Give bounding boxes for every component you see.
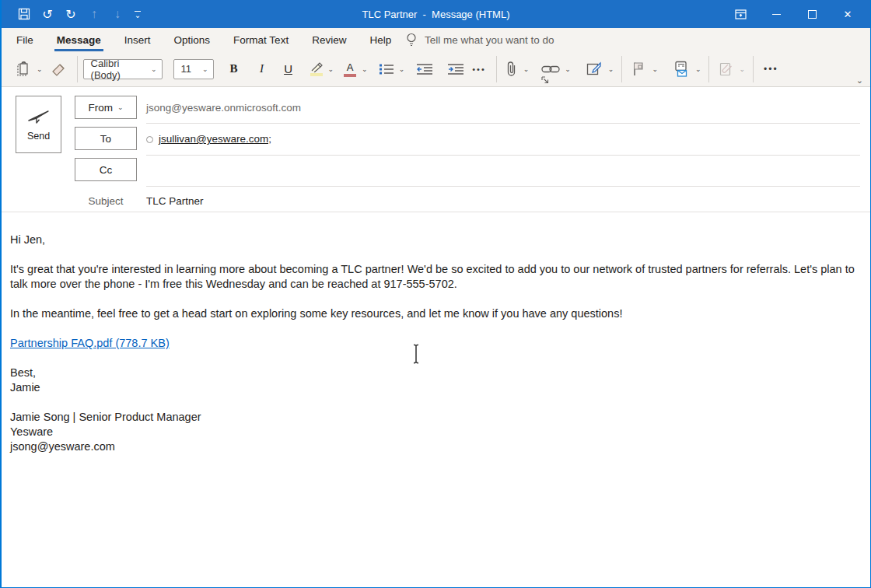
paste-icon[interactable] bbox=[11, 58, 34, 81]
tab-message[interactable]: Message bbox=[45, 28, 113, 51]
ribbon-divider bbox=[708, 56, 709, 82]
template-icon[interactable] bbox=[670, 58, 693, 81]
increase-indent-icon[interactable] bbox=[444, 58, 467, 81]
font-color-letter: A bbox=[347, 61, 354, 73]
signature-line-2: Yesware bbox=[10, 425, 53, 438]
font-name-select[interactable]: Calibri (Body) ⌄ bbox=[83, 59, 163, 79]
more-commands-button[interactable]: ••• bbox=[759, 58, 783, 81]
to-button[interactable]: To bbox=[75, 127, 137, 150]
addin-icon bbox=[715, 58, 736, 81]
to-field-underline bbox=[146, 155, 860, 156]
bullets-icon[interactable] bbox=[376, 58, 397, 81]
signature-line-1: Jamie Song | Senior Product Manager bbox=[10, 411, 201, 423]
from-button[interactable]: From ⌄ bbox=[75, 96, 137, 119]
ribbon-divider bbox=[77, 56, 78, 82]
from-label: From bbox=[88, 102, 113, 114]
undo-icon[interactable]: ↺ bbox=[36, 2, 59, 26]
closing-line-2: Jamie bbox=[10, 381, 40, 394]
to-label: To bbox=[100, 133, 111, 145]
ribbon-display-options-icon[interactable] bbox=[722, 0, 758, 28]
tab-file[interactable]: File bbox=[5, 28, 45, 51]
text-cursor bbox=[411, 344, 421, 364]
close-button[interactable]: ✕ bbox=[830, 0, 866, 28]
tell-me-box[interactable]: Tell me what you want to do bbox=[406, 28, 554, 51]
font-size-select[interactable]: 11 ⌄ bbox=[173, 59, 214, 79]
outlook-message-window: ↺ ↻ ↑ ↓ ⌄ TLC Partner - Message (HTML) ✕… bbox=[0, 0, 871, 588]
tab-help[interactable]: Help bbox=[358, 28, 403, 51]
link-dropdown-icon[interactable]: ⌄ bbox=[562, 65, 573, 73]
signature-icon[interactable] bbox=[582, 58, 606, 81]
dialog-launcher-icon[interactable] bbox=[541, 76, 549, 84]
tell-me-label: Tell me what you want to do bbox=[425, 34, 554, 46]
highlight-icon[interactable] bbox=[307, 58, 326, 81]
maximize-button[interactable] bbox=[794, 0, 830, 28]
bold-button[interactable]: B bbox=[225, 58, 243, 81]
cc-label: Cc bbox=[100, 164, 113, 176]
paragraph-2: In the meantime, feel free to get a head… bbox=[10, 306, 859, 321]
font-color-dropdown-icon[interactable]: ⌄ bbox=[359, 65, 370, 73]
chevron-down-icon: ⌄ bbox=[202, 65, 208, 73]
paste-dropdown-icon[interactable]: ⌄ bbox=[34, 65, 45, 73]
greeting-line: Hi Jen, bbox=[10, 233, 859, 247]
send-label: Send bbox=[27, 131, 50, 142]
flag-dropdown-icon[interactable]: ⌄ bbox=[649, 65, 660, 73]
presence-icon bbox=[146, 136, 153, 143]
minimize-button[interactable] bbox=[758, 0, 794, 28]
closing-line-1: Best, bbox=[10, 366, 36, 379]
previous-item-icon: ↑ bbox=[82, 2, 106, 26]
quick-access-toolbar: ↺ ↻ ↑ ↓ ⌄ bbox=[12, 2, 146, 26]
send-plane-icon bbox=[27, 107, 51, 124]
tab-review[interactable]: Review bbox=[300, 28, 358, 51]
signature-block: Jamie Song | Senior Product Manager Yesw… bbox=[10, 410, 859, 454]
from-field-underline bbox=[146, 123, 860, 124]
collapse-ribbon-icon[interactable]: ⌄ bbox=[856, 75, 863, 86]
font-size-value: 11 bbox=[181, 63, 192, 75]
signature-dropdown-icon[interactable]: ⌄ bbox=[606, 65, 617, 73]
follow-up-flag-icon[interactable] bbox=[628, 58, 649, 81]
title-bar: ↺ ↻ ↑ ↓ ⌄ TLC Partner - Message (HTML) ✕ bbox=[0, 0, 871, 28]
format-painter-icon[interactable] bbox=[45, 58, 72, 81]
template-dropdown-icon[interactable]: ⌄ bbox=[693, 65, 704, 73]
lightbulb-icon bbox=[406, 33, 417, 47]
signature-line-3: jsong@yesware.com bbox=[10, 440, 115, 453]
attach-file-icon[interactable] bbox=[502, 58, 521, 81]
decrease-indent-icon[interactable] bbox=[413, 58, 436, 81]
paragraph-overflow-button[interactable]: ••• bbox=[467, 58, 491, 81]
closing-block: Best, Jamie bbox=[10, 366, 859, 395]
attach-dropdown-icon[interactable]: ⌄ bbox=[521, 65, 532, 73]
font-name-value: Calibri (Body) bbox=[91, 58, 146, 81]
to-field[interactable]: jsullivan@yesware.com; bbox=[146, 133, 271, 145]
next-item-icon: ↓ bbox=[106, 2, 129, 26]
italic-button[interactable]: I bbox=[253, 58, 271, 81]
subject-label: Subject bbox=[75, 195, 137, 207]
tab-format-text[interactable]: Format Text bbox=[222, 28, 300, 51]
chevron-down-icon: ⌄ bbox=[117, 103, 124, 111]
ribbon-divider bbox=[496, 56, 497, 82]
caption-buttons: ✕ bbox=[722, 0, 866, 28]
message-body[interactable]: Hi Jen, It's great that you're intereste… bbox=[2, 212, 871, 587]
underline-button[interactable]: U bbox=[279, 58, 298, 81]
addin-dropdown-icon: ⌄ bbox=[736, 65, 747, 73]
ribbon: ⌄ Calibri (Body) ⌄ 11 ⌄ B I U bbox=[2, 51, 871, 87]
paragraph-1: It's great that you're interested in lea… bbox=[10, 262, 859, 292]
to-recipient[interactable]: jsullivan@yesware.com; bbox=[159, 133, 271, 145]
redo-icon[interactable]: ↻ bbox=[59, 2, 82, 26]
tab-options[interactable]: Options bbox=[163, 28, 222, 51]
bullets-dropdown-icon[interactable]: ⌄ bbox=[397, 65, 408, 73]
tab-insert[interactable]: Insert bbox=[113, 28, 163, 51]
cc-field-underline bbox=[146, 186, 860, 187]
chevron-down-icon: ⌄ bbox=[151, 65, 157, 73]
highlight-dropdown-icon[interactable]: ⌄ bbox=[326, 65, 337, 73]
from-value[interactable]: jsong@yesware.onmicrosoft.com bbox=[146, 102, 301, 114]
ribbon-divider bbox=[621, 56, 622, 82]
cc-button[interactable]: Cc bbox=[75, 158, 137, 181]
customize-qat-icon[interactable]: ⌄ bbox=[129, 2, 146, 26]
save-icon[interactable] bbox=[12, 2, 36, 26]
ribbon-divider bbox=[753, 56, 754, 82]
font-color-icon[interactable]: A bbox=[341, 58, 359, 81]
send-button[interactable]: Send bbox=[16, 96, 61, 153]
attachment-link[interactable]: Partnership FAQ.pdf (778.7 KB) bbox=[10, 337, 170, 349]
subject-field[interactable]: TLC Partner bbox=[146, 195, 204, 207]
ribbon-tabs: File Message Insert Options Format Text … bbox=[2, 28, 871, 51]
message-header: Send From ⌄ jsong@yesware.onmicrosoft.co… bbox=[2, 87, 871, 212]
